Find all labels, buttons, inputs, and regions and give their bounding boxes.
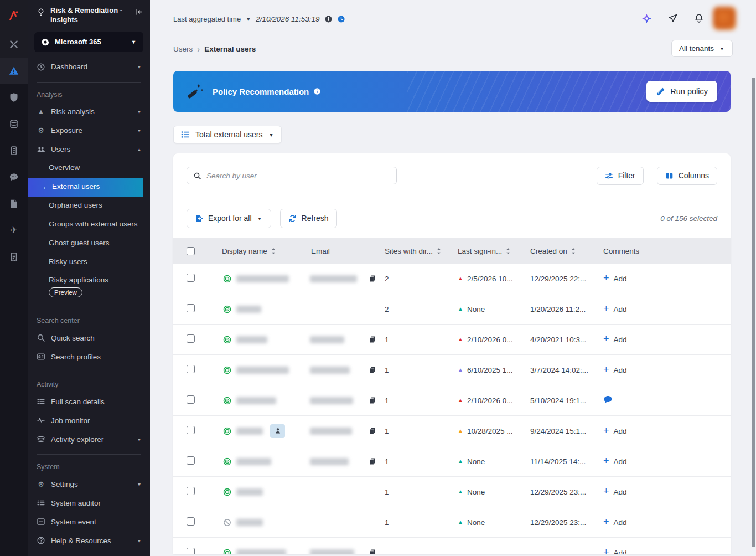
sort-icon[interactable] bbox=[436, 248, 442, 255]
sort-icon[interactable] bbox=[571, 248, 576, 255]
add-comment-button[interactable]: +Add bbox=[603, 518, 627, 527]
trend-up-red-icon: ▲ bbox=[458, 398, 463, 403]
send-feedback-icon[interactable] bbox=[668, 13, 678, 23]
product-selector[interactable]: Microsoft 365 ▾ bbox=[34, 32, 143, 52]
sidebar-item-system-auditor[interactable]: System auditor bbox=[28, 493, 150, 512]
sidebar-item-system-event[interactable]: System event bbox=[28, 512, 150, 531]
sidebar-item-ghost-guest-users[interactable]: Ghost guest users bbox=[28, 234, 150, 253]
clock-icon[interactable] bbox=[337, 15, 345, 23]
sidebar-item-external-users[interactable]: →External users bbox=[28, 178, 143, 197]
copy-email-button[interactable] bbox=[369, 427, 376, 435]
add-comment-button[interactable]: +Add bbox=[603, 548, 627, 554]
sort-icon[interactable] bbox=[505, 248, 511, 255]
row-checkbox[interactable] bbox=[187, 365, 195, 373]
add-comment-label: Add bbox=[614, 488, 627, 496]
columns-button[interactable]: Columns bbox=[657, 167, 717, 185]
sidebar-item-groups-with-external-users[interactable]: Groups with external users bbox=[28, 215, 150, 234]
row-checkbox[interactable] bbox=[187, 334, 195, 343]
sites-count-cell: 2 bbox=[385, 275, 458, 283]
add-comment-button[interactable]: +Add bbox=[603, 487, 627, 496]
sidebar-item-dashboard[interactable]: Dashboard▾ bbox=[28, 58, 150, 76]
sidebar-item-settings[interactable]: ⚙Settings▾ bbox=[28, 475, 150, 493]
sidebar-item-job-monitor[interactable]: Job monitor bbox=[28, 411, 150, 430]
rail-item-receipt[interactable] bbox=[0, 244, 28, 270]
add-comment-button[interactable]: +Add bbox=[603, 305, 627, 313]
rail-item-warning-triangle[interactable] bbox=[0, 58, 28, 84]
ai-sparkle-icon[interactable] bbox=[641, 13, 652, 24]
rail-item-chat[interactable] bbox=[0, 164, 28, 191]
row-checkbox[interactable] bbox=[187, 274, 195, 282]
sites-count-cell: 1 bbox=[385, 457, 458, 466]
sidebar-item-quick-search[interactable]: Quick search bbox=[28, 328, 150, 347]
header-created-on[interactable]: Created on bbox=[530, 247, 567, 255]
info-icon[interactable] bbox=[324, 15, 333, 23]
filter-button[interactable]: Filter bbox=[597, 167, 644, 185]
sidebar-item-label: Groups with external users bbox=[49, 220, 138, 229]
sites-count-cell: 1 bbox=[385, 397, 458, 405]
copy-email-button[interactable] bbox=[369, 457, 376, 465]
rail-item-server[interactable] bbox=[0, 137, 28, 164]
add-comment-button[interactable]: +Add bbox=[603, 274, 627, 283]
row-checkbox[interactable] bbox=[187, 456, 195, 465]
run-policy-button[interactable]: Run policy bbox=[646, 81, 717, 102]
comment-bubble-icon[interactable] bbox=[603, 395, 613, 404]
header-last-signin[interactable]: Last sign-in... bbox=[458, 247, 502, 255]
sidebar-header: Risk & Remediation - Insights bbox=[28, 0, 150, 30]
copy-email-button[interactable] bbox=[369, 366, 376, 374]
sidebar-item-risky-users[interactable]: Risky users bbox=[28, 253, 150, 272]
sidebar-item-risk-analysis[interactable]: ▲Risk analysis▾ bbox=[28, 102, 150, 121]
copy-email-button[interactable] bbox=[369, 275, 376, 282]
header-sites[interactable]: Sites with dir... bbox=[385, 247, 433, 255]
target-icon bbox=[223, 305, 231, 313]
rail-item-database[interactable] bbox=[0, 111, 28, 137]
rail-item-shield[interactable] bbox=[0, 84, 28, 111]
sidebar-item-overview[interactable]: Overview bbox=[28, 159, 150, 178]
view-selector-button[interactable]: Total external users ▾ bbox=[173, 126, 282, 143]
row-checkbox[interactable] bbox=[187, 304, 195, 312]
sidebar-item-exposure[interactable]: ⚙Exposure▾ bbox=[28, 121, 150, 140]
rail-item-plane[interactable]: ✈ bbox=[0, 217, 28, 244]
sidebar-item-help-resources[interactable]: Help & Resources▾ bbox=[28, 531, 150, 550]
row-checkbox[interactable] bbox=[187, 548, 195, 554]
refresh-button[interactable]: Refresh bbox=[280, 209, 337, 228]
copy-email-button[interactable] bbox=[369, 549, 376, 554]
export-button[interactable]: Export for all ▾ bbox=[187, 209, 271, 228]
user-avatar[interactable] bbox=[713, 7, 736, 30]
chevron-down-icon: ▾ bbox=[719, 45, 725, 52]
row-checkbox[interactable] bbox=[187, 395, 195, 404]
copy-email-button[interactable] bbox=[369, 397, 376, 404]
tenant-selector-button[interactable]: All tenants ▾ bbox=[671, 40, 733, 57]
add-comment-button[interactable]: +Add bbox=[603, 457, 627, 466]
rail-item-document[interactable] bbox=[0, 191, 28, 217]
info-icon[interactable] bbox=[313, 87, 321, 95]
copy-email-button[interactable] bbox=[369, 336, 376, 343]
target-icon bbox=[223, 275, 231, 283]
sidebar-item-orphaned-users[interactable]: Orphaned users bbox=[28, 197, 150, 215]
select-all-checkbox[interactable] bbox=[187, 247, 195, 255]
row-checkbox[interactable] bbox=[187, 426, 195, 434]
rail-item-tools[interactable] bbox=[0, 31, 28, 58]
header-display-name[interactable]: Display name bbox=[222, 247, 267, 255]
vertical-scrollbar[interactable] bbox=[752, 78, 755, 547]
sort-icon[interactable] bbox=[271, 248, 276, 255]
add-comment-button[interactable]: +Add bbox=[603, 365, 627, 374]
breadcrumb-parent[interactable]: Users bbox=[173, 45, 193, 53]
header-comments: Comments bbox=[603, 247, 639, 255]
sidebar-item-risky-applications[interactable]: Risky applicationsPreview bbox=[28, 272, 150, 301]
search-input[interactable] bbox=[206, 172, 390, 180]
row-checkbox[interactable] bbox=[187, 517, 195, 526]
trend-up-red-icon: ▲ bbox=[458, 337, 463, 342]
sidebar-item-users[interactable]: Users▴ bbox=[28, 140, 150, 159]
sidebar-item-activity-explorer[interactable]: Activity explorer▾ bbox=[28, 430, 150, 449]
collapse-sidebar-icon[interactable] bbox=[135, 8, 143, 16]
app-logo[interactable] bbox=[0, 0, 28, 31]
target-icon bbox=[223, 427, 231, 435]
header-email[interactable]: Email bbox=[311, 247, 330, 255]
sidebar-item-search-profiles[interactable]: Search profiles bbox=[28, 347, 150, 366]
notifications-bell-icon[interactable] bbox=[694, 13, 704, 23]
chevron-down-icon[interactable]: ▾ bbox=[245, 16, 251, 22]
add-comment-button[interactable]: +Add bbox=[603, 335, 627, 344]
sidebar-item-full-scan-details[interactable]: Full scan details bbox=[28, 392, 150, 411]
add-comment-button[interactable]: +Add bbox=[603, 426, 627, 435]
row-checkbox[interactable] bbox=[187, 487, 195, 495]
